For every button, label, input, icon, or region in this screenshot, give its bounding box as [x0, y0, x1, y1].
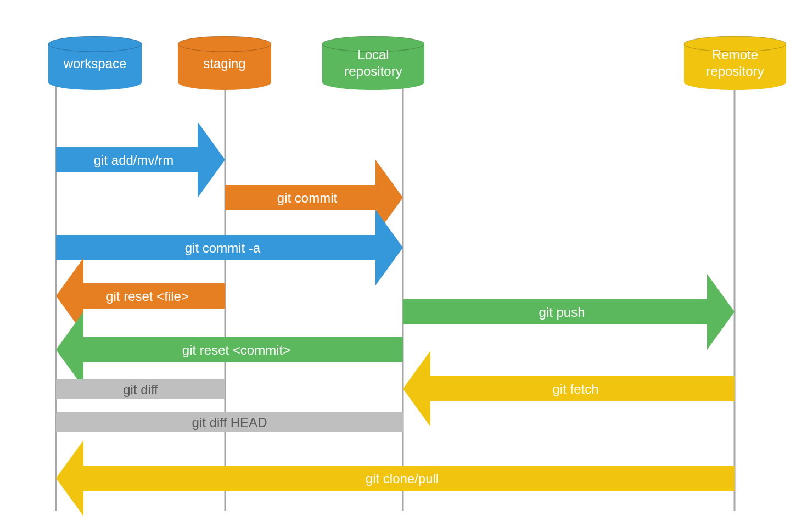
arrow-label-git-commit-a: git commit -a: [185, 240, 261, 255]
arrow-git-add: git add/mv/rm: [56, 122, 225, 198]
git-workflow-diagram: workspacestagingLocalrepositoryRemoterep…: [0, 0, 796, 532]
repo-label-staging: staging: [203, 56, 245, 71]
repo-label-remote-1: Remote: [712, 47, 758, 62]
arrow-label-git-push: git push: [539, 305, 585, 320]
svg-marker-23: [56, 440, 83, 516]
arrow-label-git-add: git add/mv/rm: [94, 153, 173, 167]
repo-label-local-1: Local: [357, 47, 389, 62]
arrow-git-push: git push: [403, 274, 735, 350]
bar-label-git-diff-head: git diff HEAD: [192, 415, 267, 430]
repo-remote: Remoterepository: [684, 36, 786, 90]
arrow-label-git-fetch: git fetch: [552, 382, 598, 396]
repo-staging: staging: [178, 36, 271, 90]
svg-marker-19: [56, 312, 83, 388]
bar-git-diff-head: git diff HEAD: [56, 412, 403, 432]
arrow-label-git-reset-file: git reset <file>: [106, 289, 189, 304]
arrow-git-commit-a: git commit -a: [56, 210, 403, 285]
arrow-label-git-clone-pull: git clone/pull: [366, 471, 439, 486]
bar-git-diff: git diff: [56, 379, 225, 399]
arrow-git-reset-commit: git reset <commit>: [56, 312, 403, 388]
svg-marker-21: [403, 351, 430, 427]
arrow-git-clone-pull: git clone/pull: [56, 440, 735, 516]
svg-marker-9: [198, 122, 225, 198]
bar-label-git-diff: git diff: [123, 382, 158, 397]
repo-local: Localrepository: [322, 36, 424, 90]
arrow-label-git-reset-commit: git reset <commit>: [182, 343, 290, 357]
arrow-git-fetch: git fetch: [403, 351, 735, 427]
repo-workspace: workspace: [48, 36, 142, 90]
repo-label-local-2: repository: [344, 64, 402, 79]
svg-marker-17: [707, 274, 735, 350]
repo-label-remote-2: repository: [706, 64, 764, 79]
repo-label-workspace: workspace: [63, 56, 127, 71]
arrow-label-git-commit: git commit: [277, 191, 338, 205]
svg-marker-13: [375, 210, 403, 285]
